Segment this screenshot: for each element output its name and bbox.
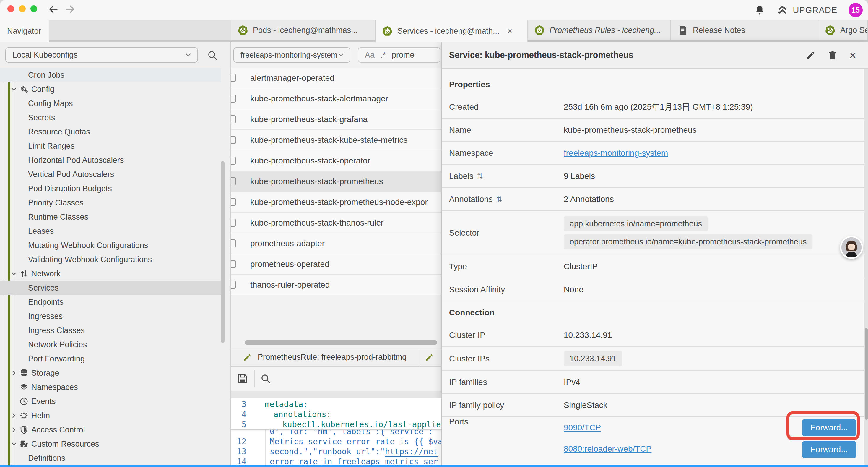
sidebar-item-custom-resources[interactable]: Custom Resources	[0, 437, 221, 451]
forward-button[interactable]: Forward...	[802, 419, 857, 436]
tab-prometheus-rules-icecheng[interactable]: Prometheus Rules - icecheng...	[528, 20, 671, 40]
close-window-button[interactable]	[7, 5, 14, 12]
editor-search-icon[interactable]	[260, 373, 271, 384]
close-tab-icon[interactable]: ×	[507, 26, 513, 36]
row-checkbox[interactable]	[231, 115, 236, 123]
kubeconfig-selector[interactable]: Local Kubeconfigs	[5, 47, 198, 63]
editor-tab-prometheusrule[interactable]: PrometheusRule: freeleaps-prod-rabbitmq	[231, 348, 420, 366]
sidebar-item-config[interactable]: Config	[0, 82, 221, 96]
sidebar-item-priority-classes[interactable]: Priority Classes	[0, 196, 221, 210]
port-link[interactable]: 9090/TCP	[564, 423, 601, 432]
editor-tab-partial[interactable]	[420, 348, 441, 366]
sidebar-scrollbar[interactable]	[221, 161, 224, 343]
table-row[interactable]: kube-prometheus-stack-prometheus-node-ex…	[231, 192, 441, 212]
sidebar-item-runtime-classes[interactable]: Runtime Classes	[0, 210, 221, 224]
sidebar-item-secrets[interactable]: Secrets	[0, 111, 221, 125]
namespace-filter-dropdown[interactable]: freeleaps-monitoring-system	[234, 47, 350, 63]
sidebar-item-config-maps[interactable]: Config Maps	[0, 96, 221, 111]
back-arrow-icon[interactable]	[47, 3, 60, 16]
panel-scrollbar-thumb[interactable]	[865, 328, 868, 420]
row-checkbox[interactable]	[231, 260, 236, 268]
sidebar-item-definitions[interactable]: Definitions	[0, 451, 221, 465]
sidebar-item-events[interactable]: Events	[0, 394, 221, 408]
tab-services-icecheng-math[interactable]: Services - icecheng@math...×	[375, 20, 528, 42]
forward-button[interactable]: Forward...	[802, 441, 857, 458]
sidebar-item-storage[interactable]: Storage	[0, 366, 221, 380]
forward-arrow-icon[interactable]	[64, 3, 76, 16]
sidebar-item-ingresses[interactable]: Ingresses	[0, 309, 221, 323]
tab-navigator[interactable]: Navigator	[0, 20, 49, 42]
chevron-down-icon[interactable]	[11, 441, 20, 447]
sidebar-item-cron-jobs[interactable]: Cron Jobs	[0, 68, 221, 82]
table-row[interactable]: thanos-ruler-operated	[231, 274, 441, 295]
row-checkbox[interactable]	[231, 136, 236, 144]
row-checkbox[interactable]	[231, 239, 236, 247]
edit-pencil-icon[interactable]	[806, 50, 816, 60]
property-row-selector: Selectorapp.kubernetes.io/name=prometheu…	[442, 211, 868, 255]
row-checkbox[interactable]	[231, 281, 236, 289]
table-row[interactable]: prometheus-adapter	[231, 233, 441, 254]
tab-release-notes[interactable]: Release Notes	[671, 20, 818, 40]
sidebar-item-label: Config Maps	[28, 99, 73, 108]
sort-toggle-icon[interactable]: ⇅	[477, 172, 483, 180]
regex-toggle[interactable]: .*	[380, 51, 386, 60]
maximize-window-button[interactable]	[30, 5, 37, 12]
sidebar-item-mutating-webhook-configurations[interactable]: Mutating Webhook Configurations	[0, 238, 221, 253]
row-checkbox[interactable]	[231, 74, 236, 82]
sidebar-item-resource-quotas[interactable]: Resource Quotas	[0, 125, 221, 139]
port-link[interactable]: 8080:reloader-web/TCP	[564, 444, 651, 454]
search-icon[interactable]	[207, 50, 218, 61]
chevron-down-icon[interactable]	[11, 86, 20, 92]
sidebar-item-limit-ranges[interactable]: Limit Ranges	[0, 139, 221, 153]
sidebar-item-validating-webhook-configurations[interactable]: Validating Webhook Configurations	[0, 253, 221, 267]
sidebar-item-ingress-classes[interactable]: Ingress Classes	[0, 323, 221, 338]
table-row[interactable]: kube-prometheus-stack-operator	[231, 150, 441, 171]
close-icon[interactable]: ×	[849, 49, 856, 61]
tab-pods-icecheng-mathmas[interactable]: Pods - icecheng@mathmas...	[231, 20, 375, 40]
table-row[interactable]: alertmanager-operated	[231, 68, 441, 88]
sort-toggle-icon[interactable]: ⇅	[496, 195, 502, 203]
chevron-right-icon[interactable]	[11, 427, 20, 433]
row-checkbox[interactable]	[231, 198, 236, 206]
chevron-right-icon[interactable]	[11, 370, 20, 376]
sidebar-item-namespaces[interactable]: Namespaces	[0, 380, 221, 394]
table-search-input[interactable]: Aa .* prome	[358, 47, 440, 63]
sidebar-item-services[interactable]: Services	[0, 281, 221, 295]
sidebar-item-pod-disruption-budgets[interactable]: Pod Disruption Budgets	[0, 181, 221, 196]
match-case-toggle[interactable]: Aa	[365, 51, 375, 60]
namespace-link[interactable]: freeleaps-monitoring-system	[564, 148, 668, 158]
chevron-right-icon[interactable]	[11, 412, 20, 419]
row-checkbox[interactable]	[231, 95, 236, 103]
sidebar-item-helm[interactable]: Helm	[0, 408, 221, 423]
sidebar-item-access-control[interactable]: Access Control	[0, 423, 221, 437]
upgrade-button[interactable]: UPGRADE	[776, 4, 837, 16]
sidebar-item-vertical-pod-autoscalers[interactable]: Vertical Pod Autoscalers	[0, 167, 221, 181]
row-checkbox[interactable]	[231, 157, 236, 165]
sidebar-item-network-policies[interactable]: Network Policies	[0, 338, 221, 352]
chevron-down-icon[interactable]	[11, 270, 20, 277]
tab-argo-se[interactable]: Argo Se	[818, 20, 868, 40]
property-label: Annotations⇅	[442, 195, 564, 204]
row-checkbox[interactable]	[231, 177, 236, 185]
sidebar-item-port-forwarding[interactable]: Port Forwarding	[0, 352, 221, 366]
row-checkbox[interactable]	[231, 219, 236, 227]
sidebar-item-network[interactable]: Network	[0, 267, 221, 281]
sidebar-item-horizontal-pod-autoscalers[interactable]: Horizontal Pod Autoscalers	[0, 153, 221, 167]
horizontal-scrollbar[interactable]	[245, 341, 437, 345]
table-row[interactable]: kube-prometheus-stack-prometheus	[231, 171, 441, 192]
assistant-avatar[interactable]	[840, 236, 863, 259]
notification-count-badge[interactable]: 15	[848, 3, 863, 17]
table-row[interactable]: prometheus-operated	[231, 254, 441, 274]
bell-icon[interactable]	[754, 4, 765, 16]
sidebar-item-leases[interactable]: Leases	[0, 224, 221, 238]
table-row[interactable]: kube-prometheus-stack-thanos-ruler	[231, 212, 441, 233]
table-row[interactable]: kube-prometheus-stack-alertmanager	[231, 88, 441, 109]
delete-trash-icon[interactable]	[828, 50, 838, 60]
save-icon[interactable]	[236, 372, 249, 385]
table-row[interactable]: kube-prometheus-stack-grafana	[231, 109, 441, 130]
minimize-window-button[interactable]	[19, 5, 26, 12]
sidebar-item-endpoints[interactable]: Endpoints	[0, 295, 221, 309]
table-row[interactable]: kube-prometheus-stack-kube-state-metrics	[231, 130, 441, 150]
editor-tab-strip: PrometheusRule: freeleaps-prod-rabbitmq	[231, 348, 441, 367]
yaml-editor[interactable]: 3metadata:4annotations:5kubectl.kubernet…	[231, 399, 441, 465]
